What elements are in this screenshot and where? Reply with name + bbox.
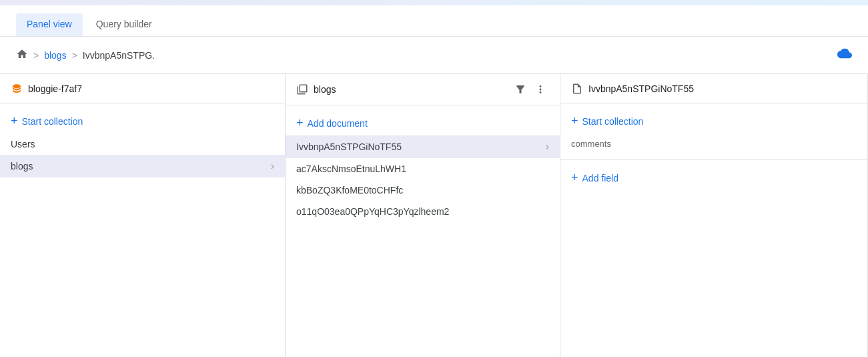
panel-middle: blogs + Add document IvvbnpA5nSTPGiNoTF5…	[286, 74, 560, 357]
plus-icon-field: +	[571, 171, 578, 185]
list-item-users[interactable]: Users	[0, 133, 285, 155]
list-item-doc-1[interactable]: ac7AkscNmsoEtnuLhWH1	[286, 158, 560, 180]
list-item-comments-label: comments	[571, 139, 857, 149]
panel-right: IvvbnpA5nSTPGiNoTF55 + Start collection …	[560, 74, 868, 357]
panel-left-header: bloggie-f7af7	[0, 74, 285, 103]
panel-middle-actions	[512, 81, 549, 98]
list-item-doc-3-label: o11qO03ea0QPpYqHC3pYqzlheem2	[296, 206, 549, 217]
top-bar	[0, 0, 868, 5]
list-item-comments[interactable]: comments	[560, 133, 867, 154]
plus-icon-middle: +	[296, 116, 304, 130]
list-item-users-label: Users	[11, 139, 274, 149]
list-item-doc-3[interactable]: o11qO03ea0QPpYqHC3pYqzlheem2	[286, 201, 560, 222]
start-collection-right[interactable]: + Start collection	[560, 109, 867, 133]
start-collection-left[interactable]: + Start collection	[0, 109, 285, 133]
add-field-label: Add field	[582, 173, 618, 184]
panel-right-body: + Start collection comments + Add field	[560, 103, 867, 357]
panel-left: bloggie-f7af7 + Start collection Users b…	[0, 74, 286, 357]
tabs-bar: Panel view Query builder	[0, 5, 868, 37]
panel-right-title: IvvbnpA5nSTPGiNoTF55	[588, 83, 857, 94]
breadcrumb-current: IvvbnpA5nSTPG.	[83, 50, 155, 61]
panel-right-header: IvvbnpA5nSTPGiNoTF55	[560, 74, 867, 103]
panel-left-body: + Start collection Users blogs ›	[0, 103, 285, 357]
plus-icon-left: +	[11, 114, 18, 128]
breadcrumb-blogs[interactable]: blogs	[44, 50, 66, 61]
list-item-doc-0-label: IvvbnpA5nSTPGiNoTF55	[296, 141, 546, 152]
cloud-icon[interactable]	[837, 46, 852, 64]
chevron-right-doc-0: ›	[546, 141, 549, 153]
panel-middle-title: blogs	[314, 84, 506, 95]
panel-middle-body: + Add document IvvbnpA5nSTPGiNoTF55 › ac…	[286, 105, 560, 357]
list-item-doc-1-label: ac7AkscNmsoEtnuLhWH1	[296, 163, 549, 174]
home-icon[interactable]	[16, 48, 28, 63]
add-document[interactable]: + Add document	[286, 111, 560, 135]
list-item-blogs-label: blogs	[11, 161, 271, 171]
collection-icon	[296, 83, 308, 95]
document-icon	[571, 83, 583, 95]
tab-query-builder[interactable]: Query builder	[85, 13, 163, 36]
filter-button[interactable]	[512, 81, 529, 98]
divider	[560, 159, 867, 160]
add-field[interactable]: + Add field	[560, 165, 867, 190]
add-document-label: Add document	[308, 118, 368, 129]
panel-left-title: bloggie-f7af7	[28, 83, 274, 94]
plus-icon-right: +	[571, 114, 578, 128]
list-item-blogs[interactable]: blogs ›	[0, 155, 285, 177]
database-icon	[11, 83, 23, 95]
list-item-doc-0[interactable]: IvvbnpA5nSTPGiNoTF55 ›	[286, 135, 560, 158]
list-item-doc-2-label: kbBoZQ3KfoME0toCHFfc	[296, 185, 549, 196]
start-collection-right-label: Start collection	[582, 116, 644, 127]
chevron-right-blogs: ›	[271, 160, 274, 172]
panels-container: bloggie-f7af7 + Start collection Users b…	[0, 74, 868, 357]
start-collection-left-label: Start collection	[22, 116, 83, 127]
breadcrumb: > blogs > IvvbnpA5nSTPG.	[0, 37, 868, 74]
panel-middle-header: blogs	[286, 74, 560, 105]
list-item-doc-2[interactable]: kbBoZQ3KfoME0toCHFfc	[286, 180, 560, 201]
tab-panel-view[interactable]: Panel view	[16, 13, 83, 36]
breadcrumb-sep-2: >	[72, 50, 77, 61]
more-button[interactable]	[532, 81, 549, 98]
breadcrumb-sep-1: >	[33, 50, 39, 61]
